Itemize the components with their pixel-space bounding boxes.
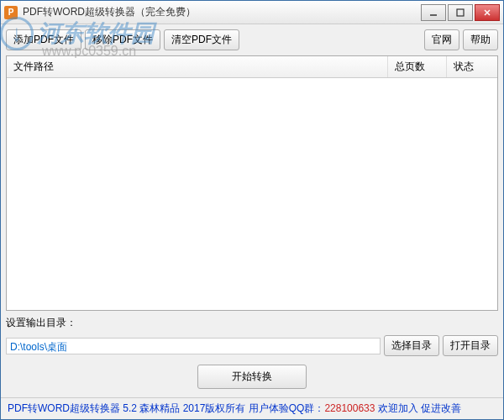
statusbar: PDF转WORD超级转换器 5.2 森林精品 2017版权所有 用户体验QQ群：… bbox=[1, 397, 503, 419]
toolbar: 添加PDF文件 移除PDF文件 清空PDF文件 官网 帮助 bbox=[6, 29, 498, 50]
output-label-row: 设置输出目录： bbox=[6, 316, 498, 330]
website-button[interactable]: 官网 bbox=[424, 29, 459, 50]
window-title: PDF转WORD超级转换器（完全免费） bbox=[23, 5, 421, 19]
table-header: 文件路径 总页数 状态 bbox=[7, 56, 497, 78]
column-status[interactable]: 状态 bbox=[447, 56, 497, 77]
output-path-row: D:\tools\桌面 选择目录 打开目录 bbox=[6, 335, 498, 356]
help-button[interactable]: 帮助 bbox=[463, 29, 498, 50]
content-area: 添加PDF文件 移除PDF文件 清空PDF文件 官网 帮助 文件路径 总页数 状… bbox=[1, 24, 503, 397]
close-icon bbox=[483, 8, 491, 17]
output-label: 设置输出目录： bbox=[6, 316, 76, 330]
status-text-prefix: PDF转WORD超级转换器 5.2 森林精品 2017版权所有 用户体验QQ群： bbox=[8, 402, 324, 414]
status-text-suffix: 欢迎加入 促进改善 bbox=[375, 402, 461, 414]
maximize-icon bbox=[456, 8, 465, 17]
app-window: P PDF转WORD超级转换器（完全免费） 添加PDF文件 移除PDF文件 清空… bbox=[0, 0, 504, 420]
file-table: 文件路径 总页数 状态 bbox=[6, 55, 498, 311]
column-path[interactable]: 文件路径 bbox=[7, 56, 388, 77]
select-dir-button[interactable]: 选择目录 bbox=[384, 335, 439, 356]
titlebar: P PDF转WORD超级转换器（完全免费） bbox=[1, 1, 503, 24]
remove-pdf-button[interactable]: 移除PDF文件 bbox=[85, 29, 160, 50]
convert-row: 开始转换 bbox=[6, 361, 498, 392]
clear-pdf-button[interactable]: 清空PDF文件 bbox=[164, 29, 239, 50]
svg-rect-1 bbox=[457, 9, 464, 16]
toolbar-right: 官网 帮助 bbox=[424, 29, 498, 50]
window-controls bbox=[421, 4, 500, 21]
close-button[interactable] bbox=[475, 4, 500, 21]
minimize-icon bbox=[429, 8, 438, 17]
add-pdf-button[interactable]: 添加PDF文件 bbox=[6, 29, 81, 50]
qq-group: 228100633 bbox=[324, 402, 375, 414]
open-dir-button[interactable]: 打开目录 bbox=[443, 335, 498, 356]
maximize-button[interactable] bbox=[448, 4, 473, 21]
table-body[interactable] bbox=[7, 78, 497, 310]
app-icon: P bbox=[4, 6, 18, 19]
minimize-button[interactable] bbox=[421, 4, 446, 21]
toolbar-left: 添加PDF文件 移除PDF文件 清空PDF文件 bbox=[6, 29, 239, 50]
start-convert-button[interactable]: 开始转换 bbox=[197, 365, 307, 389]
output-path[interactable]: D:\tools\桌面 bbox=[6, 338, 381, 354]
column-pages[interactable]: 总页数 bbox=[388, 56, 447, 77]
